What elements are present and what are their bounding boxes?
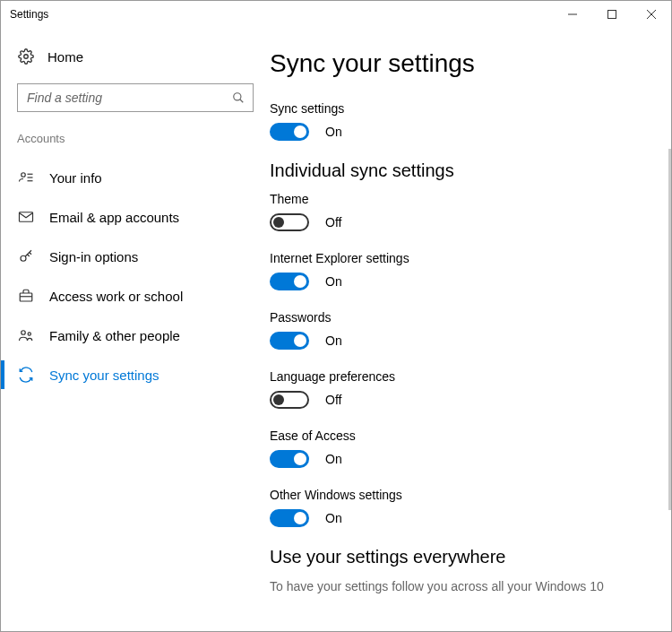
close-button[interactable] — [632, 1, 671, 28]
sidebar-item-email[interactable]: Email & app accounts — [17, 197, 270, 237]
sidebar-item-label: Email & app accounts — [49, 210, 179, 225]
setting-label: Internet Explorer settings — [270, 251, 662, 265]
footer-text: To have your settings follow you across … — [270, 578, 662, 596]
toggle-row: On — [270, 123, 662, 141]
svg-line-6 — [240, 100, 244, 103]
sync-settings-toggle[interactable] — [270, 123, 309, 141]
sidebar-item-label: Your info — [49, 170, 102, 186]
toggle-state: On — [325, 125, 342, 139]
toggle-state: Off — [325, 393, 341, 407]
sidebar-item-label: Sign-in options — [49, 249, 138, 264]
sidebar-item-label: Access work or school — [49, 289, 183, 304]
maximize-button[interactable] — [592, 1, 632, 28]
sidebar: Home Accounts Your info Email & app acco… — [1, 28, 270, 631]
setting-label: Other Windows settings — [270, 488, 662, 502]
svg-rect-1 — [608, 11, 616, 19]
svg-point-4 — [24, 55, 29, 59]
sidebar-item-sync[interactable]: Sync your settings — [17, 355, 270, 394]
window-controls — [553, 1, 671, 28]
svg-rect-11 — [20, 212, 33, 222]
toggle-state: Off — [325, 215, 341, 229]
minimize-button[interactable] — [553, 1, 592, 28]
briefcase-icon — [17, 288, 35, 304]
setting-toggle[interactable] — [270, 332, 309, 350]
page-title: Sync your settings — [270, 49, 662, 78]
key-icon — [17, 248, 35, 264]
svg-point-16 — [28, 333, 30, 335]
close-icon — [647, 10, 656, 19]
gear-icon — [17, 48, 35, 65]
svg-point-12 — [21, 255, 26, 261]
toggle-row: On — [270, 509, 662, 527]
setting-toggle[interactable] — [270, 273, 309, 290]
svg-rect-13 — [20, 293, 32, 301]
toggle-row: Off — [270, 391, 662, 409]
setting-toggle[interactable] — [270, 213, 309, 231]
svg-point-7 — [22, 173, 26, 177]
sidebar-item-work[interactable]: Access work or school — [17, 276, 270, 316]
svg-point-15 — [22, 331, 26, 335]
titlebar: Settings — [1, 1, 671, 28]
home-nav[interactable]: Home — [17, 48, 270, 65]
search-icon — [232, 91, 245, 104]
search-input[interactable] — [17, 83, 254, 112]
setting-toggle[interactable] — [270, 450, 309, 468]
setting-label: Theme — [270, 192, 662, 206]
minimize-icon — [568, 10, 577, 19]
sidebar-item-your-info[interactable]: Your info — [17, 158, 270, 197]
setting-label: Language preferences — [270, 369, 662, 384]
sync-settings-label: Sync settings — [270, 101, 662, 116]
home-label: Home — [47, 49, 83, 65]
setting-toggle[interactable] — [270, 509, 309, 527]
people-icon — [17, 327, 35, 343]
main-panel: Sync your settings Sync settings On Indi… — [270, 28, 671, 631]
sidebar-item-signin[interactable]: Sign-in options — [17, 237, 270, 276]
scrollbar[interactable] — [668, 149, 671, 510]
setting-label: Ease of Access — [270, 429, 662, 443]
toggle-row: Off — [270, 213, 662, 231]
toggle-state: On — [325, 511, 342, 525]
sidebar-item-label: Family & other people — [49, 328, 180, 343]
toggle-state: On — [325, 452, 342, 466]
setting-toggle[interactable] — [270, 391, 309, 409]
toggle-state: On — [325, 333, 342, 348]
search-container — [17, 83, 254, 112]
sidebar-item-family[interactable]: Family & other people — [17, 316, 270, 355]
svg-point-5 — [234, 93, 241, 100]
maximize-icon — [607, 10, 616, 19]
toggle-row: On — [270, 450, 662, 468]
window-title: Settings — [10, 8, 553, 21]
individual-heading: Individual sync settings — [270, 160, 662, 181]
person-card-icon — [17, 169, 35, 186]
section-header: Accounts — [17, 132, 270, 145]
setting-label: Passwords — [270, 310, 662, 325]
sidebar-item-label: Sync your settings — [49, 368, 159, 383]
toggle-row: On — [270, 273, 662, 290]
toggle-row: On — [270, 332, 662, 350]
mail-icon — [17, 209, 35, 225]
sync-icon — [17, 367, 35, 383]
toggle-state: On — [325, 274, 342, 289]
footer-heading: Use your settings everywhere — [270, 547, 662, 567]
